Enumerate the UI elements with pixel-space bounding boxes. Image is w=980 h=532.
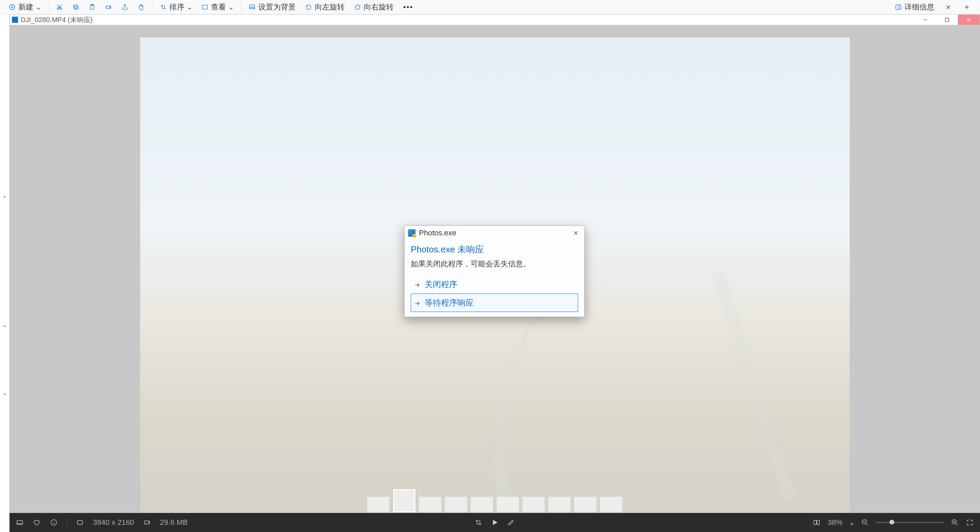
zoom-percent: 38%	[827, 518, 843, 527]
sort-icon	[160, 4, 167, 11]
set-background-button[interactable]: 设置为背景	[244, 0, 301, 14]
share-icon	[121, 4, 128, 11]
dimensions-icon	[76, 518, 84, 527]
not-responding-dialog: Photos.exe Photos.exe 未响应 如果关闭此程序，可能会丢失信…	[404, 226, 585, 317]
play-button[interactable]	[491, 518, 499, 527]
details-label: 详细信息	[904, 2, 934, 12]
svg-rect-9	[250, 5, 255, 9]
svg-rect-4	[73, 5, 77, 8]
chevron-down-icon: ⌄	[229, 5, 234, 10]
chevron-down-icon[interactable]: ⌄	[850, 520, 854, 525]
rename-button[interactable]	[100, 0, 117, 14]
new-label: 新建	[18, 2, 33, 12]
zoom-slider[interactable]	[876, 522, 944, 523]
rotate-left-icon	[305, 4, 312, 11]
sort-label: 排序	[169, 2, 185, 12]
rotate-right-label: 向右旋转	[364, 2, 394, 12]
rotate-left-button[interactable]: 向左旋转	[301, 0, 350, 14]
svg-rect-10	[896, 5, 901, 9]
separator	[241, 3, 241, 11]
app-icon	[408, 229, 415, 237]
dimensions-text: 3840 x 2160	[93, 518, 134, 527]
divider	[67, 519, 67, 526]
svg-rect-7	[106, 6, 110, 8]
minimize-button[interactable]	[914, 14, 936, 25]
svg-rect-11	[945, 18, 949, 21]
chevron-down-icon: ⌄	[2, 192, 7, 199]
svg-point-16	[149, 522, 150, 523]
edit-button[interactable]	[507, 518, 515, 527]
plus-circle-icon	[9, 4, 16, 11]
wait-program-option[interactable]: 等待程序响应	[411, 294, 578, 312]
cut-icon	[56, 4, 63, 11]
trash-icon	[138, 4, 145, 11]
paste-icon	[89, 4, 95, 11]
set-background-label: 设置为背景	[258, 2, 296, 12]
arrow-right-icon	[414, 281, 421, 288]
view-label: 查看	[211, 2, 226, 12]
svg-rect-14	[78, 521, 83, 524]
filmstrip-toggle-button[interactable]	[16, 518, 24, 527]
chevron-down-icon: ⌄	[2, 321, 7, 329]
filesize-text: 29.6 MB	[160, 518, 188, 527]
new-button[interactable]: 新建 ⌄	[4, 0, 46, 14]
rotate-right-icon	[354, 4, 361, 11]
copy-button[interactable]	[68, 0, 84, 14]
more-button[interactable]: •••	[398, 0, 418, 14]
view-button[interactable]: 查看 ⌄	[197, 0, 238, 14]
window-title: DJI_0280.MP4 (未响应)	[21, 15, 92, 24]
crop-button[interactable]	[474, 518, 482, 527]
dialog-message: 如果关闭此程序，可能会丢失信息。	[411, 259, 578, 269]
compare-button[interactable]	[813, 518, 821, 527]
close-button[interactable]	[958, 14, 980, 25]
share-button[interactable]	[117, 0, 133, 14]
close-program-label: 关闭程序	[425, 279, 457, 290]
tab-close-button[interactable]	[939, 0, 958, 14]
rename-icon	[105, 4, 112, 11]
close-program-option[interactable]: 关闭程序	[411, 275, 578, 294]
zoom-out-button[interactable]	[861, 518, 869, 527]
more-icon: •••	[403, 3, 413, 11]
cut-button[interactable]	[51, 0, 68, 14]
details-icon	[895, 4, 902, 11]
dialog-close-button[interactable]	[569, 227, 582, 240]
svg-rect-17	[814, 521, 816, 525]
chevron-down-icon: ⌄	[36, 5, 41, 10]
svg-rect-3	[75, 6, 78, 9]
favorite-button[interactable]	[33, 518, 41, 527]
view-icon	[202, 4, 208, 11]
zoom-in-button[interactable]	[951, 518, 959, 527]
dialog-process-name: Photos.exe	[419, 229, 456, 237]
explorer-toolbar: 新建 ⌄ 排序 ⌄ 查看 ⌄ 设置为背景 向左旋转 向右旋转 ••• 详细信息 …	[0, 0, 980, 14]
paste-button[interactable]	[84, 0, 100, 14]
tab-new-button[interactable]: +	[958, 0, 976, 14]
details-button[interactable]: 详细信息	[890, 0, 939, 14]
maximize-button[interactable]	[936, 14, 958, 25]
storage-icon	[143, 518, 151, 527]
fullscreen-button[interactable]	[966, 518, 974, 527]
chevron-down-icon: ⌄	[2, 389, 7, 397]
wallpaper-icon	[249, 4, 256, 11]
rotate-left-label: 向左旋转	[315, 2, 345, 12]
separator	[152, 3, 153, 11]
photos-titlebar: DJI_0280.MP4 (未响应)	[10, 14, 980, 25]
rotate-right-button[interactable]: 向右旋转	[350, 0, 398, 14]
wait-program-label: 等待程序响应	[425, 297, 474, 308]
svg-rect-8	[202, 5, 208, 9]
svg-rect-18	[817, 521, 819, 525]
dialog-title: Photos.exe 未响应	[411, 243, 578, 256]
background-window-edge: ⌄ ⌄ ⌄	[0, 14, 10, 532]
separator	[48, 3, 49, 11]
delete-button[interactable]	[133, 0, 150, 14]
copy-icon	[73, 4, 79, 11]
app-icon	[12, 17, 18, 23]
info-button[interactable]	[50, 518, 58, 527]
chevron-down-icon: ⌄	[187, 5, 192, 10]
sort-button[interactable]: 排序 ⌄	[155, 0, 197, 14]
status-bar: 3840 x 2160 29.6 MB 38% ⌄	[10, 513, 980, 532]
arrow-right-icon	[414, 299, 421, 306]
